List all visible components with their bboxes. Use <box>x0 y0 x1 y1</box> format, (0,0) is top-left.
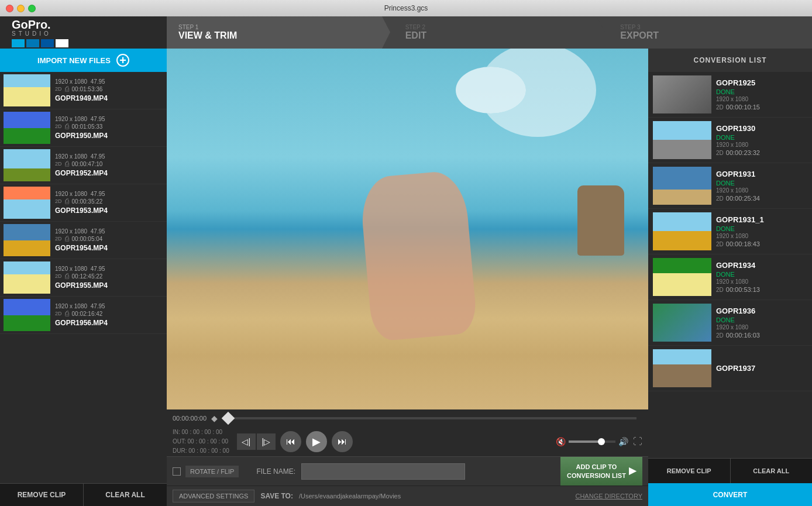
volume-thumb <box>598 438 605 445</box>
clip-dur-4: 00:00:05:04 <box>72 236 103 242</box>
logo-block-1 <box>12 39 25 47</box>
clip-thumb-1 <box>4 112 50 144</box>
video-area <box>167 49 648 409</box>
step-1-name: VIEW & TRIM <box>178 30 237 41</box>
timecode-display: 00:00:00:00 <box>173 415 207 422</box>
add-clip-button[interactable]: ADD CLIP TOCONVERSION LIST ▶ <box>560 457 642 486</box>
volume-control: 🔇 🔊 <box>556 437 628 446</box>
trim-in-button[interactable]: ◁| <box>237 433 256 450</box>
conv-name-4: GOPR1934 <box>716 261 803 270</box>
conv-remove-clip-button[interactable]: REMOVE CLIP <box>648 458 731 483</box>
logo: GoPro. STUDIO <box>12 18 68 47</box>
step-1[interactable]: STEP 1 VIEW & TRIM <box>167 16 382 49</box>
step-2[interactable]: STEP 2 EDIT <box>382 16 597 49</box>
dur-label: DUR: <box>173 448 187 454</box>
step-1-arrow <box>382 16 390 49</box>
clip-item[interactable]: 1920 x 1080 47.95 2D ⎙ 00:01:53:36 GOPR1… <box>0 72 167 109</box>
clip-info-6: 1920 x 1080 47.95 2D ⎙ 00:02:16:42 GOPR1… <box>50 301 163 329</box>
conv-meta-3: 1920 x 1080 <box>716 233 803 239</box>
content: IMPORT NEW FILES + 1920 x 1080 47.95 2D … <box>0 49 812 506</box>
remove-clip-button[interactable]: REMOVE CLIP <box>0 483 84 506</box>
close-button[interactable] <box>6 5 13 12</box>
convert-button[interactable]: CONVERT <box>648 483 812 506</box>
conv-info-3: GOPR1931_1 DONE 1920 x 1080 2D 00:00:18:… <box>711 215 807 247</box>
clip-info-5: 1920 x 1080 47.95 2D ⎙ 00:12:45:22 GOPR1… <box>50 263 163 292</box>
import-button[interactable]: IMPORT NEW FILES + <box>0 49 167 72</box>
conv-info-1: GOPR1930 DONE 1920 x 1080 2D 00:00:23:32 <box>711 124 807 156</box>
conv-item-3[interactable]: GOPR1931_1 DONE 1920 x 1080 2D 00:00:18:… <box>648 209 812 254</box>
conv-meta-4: 1920 x 1080 <box>716 278 803 285</box>
conv-status-1: DONE <box>716 134 803 141</box>
logo-area: GoPro. STUDIO <box>0 16 167 49</box>
clip-meta-4: 1920 x 1080 47.95 <box>55 228 159 235</box>
maximize-button[interactable] <box>28 5 36 12</box>
badge-2d-3: 2D <box>55 198 62 204</box>
clear-all-button[interactable]: CLEAR ALL <box>84 483 167 506</box>
minimize-button[interactable] <box>17 5 25 12</box>
clip-meta-5: 1920 x 1080 47.95 <box>55 266 159 272</box>
rewind-button[interactable]: ⏮ <box>280 431 301 452</box>
conv-item-0[interactable]: GOPR1925 DONE 1920 x 1080 2D 00:00:10:15 <box>648 72 812 118</box>
step-2-label: STEP 2 <box>405 24 426 30</box>
clip-meta-2: 1920 x 1080 47.95 <box>55 153 159 160</box>
badge-cam-3: ⎙ <box>65 197 69 205</box>
clip-item[interactable]: 1920 x 1080 47.95 2D ⎙ 00:00:35:22 GOPR1… <box>0 184 167 222</box>
right-bottom: REMOVE CLIP CLEAR ALL CONVERT <box>648 458 812 506</box>
sidebar-bottom: REMOVE CLIP CLEAR ALL <box>0 483 167 506</box>
badge-2d-2: 2D <box>55 161 62 167</box>
volume-slider[interactable] <box>569 440 615 443</box>
play-button[interactable]: ▶ <box>306 431 327 452</box>
rotate-checkbox[interactable] <box>173 467 181 476</box>
clip-dur-0: 00:01:53:36 <box>72 86 103 92</box>
clip-thumb-3 <box>4 187 50 219</box>
clip-name-3: GOPR1953.MP4 <box>55 206 159 215</box>
conv-thumb-6 <box>653 349 711 387</box>
in-label: IN: <box>173 429 180 435</box>
conv-info-0: GOPR1925 DONE 1920 x 1080 2D 00:00:10:15 <box>711 78 807 111</box>
conv-info-2: GOPR1931 DONE 1920 x 1080 2D 00:00:25:34 <box>711 170 807 202</box>
file-name-label: FILE NAME: <box>256 467 295 476</box>
volume-high-icon: 🔊 <box>618 437 628 446</box>
advanced-settings-button[interactable]: ADVANCED SETTINGS <box>173 490 254 502</box>
change-directory-button[interactable]: CHANGE DIRECTORY <box>575 493 642 500</box>
conv-thumb-4 <box>653 258 711 296</box>
titlebar: Princess3.gcs <box>0 0 812 16</box>
clip-item[interactable]: 1920 x 1080 47.95 2D ⎙ 00:00:47:10 GOPR1… <box>0 147 167 184</box>
conversion-list-title: CONVERSION LIST <box>693 56 766 64</box>
clip-item[interactable]: 1920 x 1080 47.95 2D ⎙ 00:01:05:33 GOPR1… <box>0 109 167 147</box>
conversion-list-header: CONVERSION LIST <box>648 49 812 72</box>
conv-item-5[interactable]: GOPR1936 DONE 1920 x 1080 2D 00:00:16:03 <box>648 300 812 346</box>
logo-block-3 <box>41 39 54 47</box>
rotate-flip-button[interactable]: ROTATE / FLIP <box>185 466 239 477</box>
clip-item[interactable]: 1920 x 1080 47.95 2D ⎙ 00:02:16:42 GOPR1… <box>0 297 167 334</box>
volume-fill <box>569 440 601 443</box>
file-bar: ROTATE / FLIP FILE NAME: ADD CLIP TOCONV… <box>167 456 648 486</box>
clip-item[interactable]: 1920 x 1080 47.95 2D ⎙ 00:00:05:04 GOPR1… <box>0 222 167 259</box>
clip-info-4: 1920 x 1080 47.95 2D ⎙ 00:00:05:04 GOPR1… <box>50 226 163 254</box>
clip-meta-0: 1920 x 1080 47.95 <box>55 78 159 85</box>
header: GoPro. STUDIO STEP 1 VIEW & TRIM <box>0 16 812 49</box>
clip-item[interactable]: 1920 x 1080 47.95 2D ⎙ 00:12:45:22 GOPR1… <box>0 259 167 297</box>
logo-block-4 <box>56 39 68 47</box>
timeline-bar[interactable] <box>223 417 636 419</box>
timeline[interactable]: 00:00:00:00 ◆ <box>167 409 648 427</box>
conversion-list: GOPR1925 DONE 1920 x 1080 2D 00:00:10:15… <box>648 72 812 458</box>
clip-name-6: GOPR1956.MP4 <box>55 319 159 327</box>
clip-name-5: GOPR1955.MP4 <box>55 281 159 290</box>
clip-name-0: GOPR1949.MP4 <box>55 94 159 102</box>
conv-thumb-2 <box>653 167 711 205</box>
clip-thumb-4 <box>4 224 50 256</box>
forward-button[interactable]: ⏭ <box>332 431 353 452</box>
badge-cam-5: ⎙ <box>65 272 69 280</box>
clip-list: 1920 x 1080 47.95 2D ⎙ 00:01:53:36 GOPR1… <box>0 72 167 483</box>
badge-cam-0: ⎙ <box>65 85 69 93</box>
trim-out-button[interactable]: |▷ <box>257 433 276 450</box>
conv-item-1[interactable]: GOPR1930 DONE 1920 x 1080 2D 00:00:23:32 <box>648 118 812 163</box>
conv-item-4[interactable]: GOPR1934 DONE 1920 x 1080 2D 00:00:53:13 <box>648 254 812 300</box>
fullscreen-button[interactable]: ⛶ <box>633 436 642 447</box>
conv-item-6[interactable]: GOPR1937 <box>648 346 812 391</box>
conv-item-2[interactable]: GOPR1931 DONE 1920 x 1080 2D 00:00:25:34 <box>648 163 812 209</box>
conv-clear-all-button[interactable]: CLEAR ALL <box>731 458 813 483</box>
file-name-input[interactable] <box>301 463 465 480</box>
step-3[interactable]: STEP 3 EXPORT <box>597 16 812 49</box>
